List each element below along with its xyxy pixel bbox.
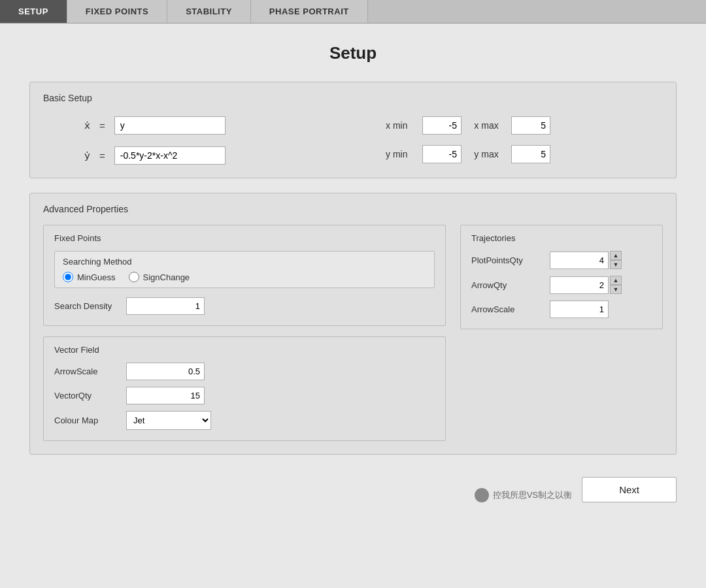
traj-plotpointsqty-input[interactable] xyxy=(550,252,609,269)
ymin-label: y min xyxy=(386,149,412,159)
xmax-label: x max xyxy=(472,120,501,131)
watermark-text: 控我所思VS制之以衡 xyxy=(493,489,572,501)
left-col: Fixed Points Searching Method MinGuess S… xyxy=(43,225,446,441)
searching-method-title: Searching Method xyxy=(63,257,426,267)
radio-minguess-input[interactable] xyxy=(63,272,73,282)
search-density-label: Search Density xyxy=(54,301,120,311)
vf-vectorqty-input[interactable] xyxy=(126,387,205,404)
search-density-row: Search Density xyxy=(54,297,435,315)
trajectories-title: Trajectories xyxy=(471,233,652,243)
basic-setup-panel: Basic Setup ẋ = ẏ = x min xyxy=(29,82,677,178)
traj-arrowscale-row: ArrowScale xyxy=(471,301,652,318)
basic-setup-title: Basic Setup xyxy=(43,93,663,103)
advanced-title: Advanced Properties xyxy=(43,204,663,214)
ydot-label: ẏ xyxy=(69,150,90,161)
radio-signchange-input[interactable] xyxy=(129,272,139,282)
traj-arrowqty-input[interactable] xyxy=(550,276,609,294)
watermark: 控我所思VS制之以衡 xyxy=(475,488,572,502)
next-button[interactable]: Next xyxy=(582,477,677,502)
radio-signchange-label: SignChange xyxy=(143,272,190,282)
page-title: Setup xyxy=(29,43,677,63)
vf-colourmap-label: Colour Map xyxy=(54,416,120,425)
traj-arrowqty-row: ArrowQty ▲ ▼ xyxy=(471,276,652,294)
ydot-row: ẏ = xyxy=(69,146,346,165)
search-density-input[interactable] xyxy=(126,297,205,315)
ymax-label: y max xyxy=(472,149,501,159)
xdot-label: ẋ xyxy=(69,120,90,131)
vf-arrowscale-label: ArrowScale xyxy=(54,367,120,376)
vf-colourmap-select[interactable]: Jet HSV Hot Cool Spring Summer Autumn Wi… xyxy=(126,411,211,430)
fixed-points-title: Fixed Points xyxy=(54,233,435,243)
xmin-label: x min xyxy=(386,120,412,131)
xdot-input[interactable] xyxy=(114,116,226,135)
searching-method-box: Searching Method MinGuess SignChange xyxy=(54,251,435,288)
vf-arrowscale-row: ArrowScale xyxy=(54,363,435,380)
tab-setup[interactable]: SETUP xyxy=(0,0,67,23)
vector-field-subpanel: Vector Field ArrowScale VectorQty Colour… xyxy=(43,336,446,441)
tab-bar: SETUP FIXED POINTS STABILITY PHASE PORTR… xyxy=(0,0,706,24)
watermark-icon xyxy=(475,488,489,502)
next-button-label: Next xyxy=(619,484,639,495)
traj-arrowqty-wrap: ▲ ▼ xyxy=(550,276,622,294)
xmax-input[interactable] xyxy=(511,116,550,135)
ydot-input[interactable] xyxy=(114,146,226,165)
fixed-points-subpanel: Fixed Points Searching Method MinGuess S… xyxy=(43,225,446,326)
plotpointsqty-up[interactable]: ▲ xyxy=(610,251,622,260)
arrowqty-down[interactable]: ▼ xyxy=(610,285,622,294)
arrowqty-spinner: ▲ ▼ xyxy=(610,276,622,294)
advanced-panel: Advanced Properties Fixed Points Searchi… xyxy=(29,193,677,455)
xdot-equals: = xyxy=(99,120,105,131)
advanced-content: Fixed Points Searching Method MinGuess S… xyxy=(43,225,663,441)
right-col: Trajectories PlotPointsQty ▲ ▼ xyxy=(460,225,663,441)
ydot-equals: = xyxy=(99,150,105,161)
vf-vectorqty-label: VectorQty xyxy=(54,391,120,400)
y-range-row: y min y max xyxy=(386,145,663,163)
radio-minguess[interactable]: MinGuess xyxy=(63,272,116,282)
tab-fixed-points[interactable]: FIXED POINTS xyxy=(67,0,167,23)
x-range-row: x min x max xyxy=(386,116,663,135)
main-content: Setup Basic Setup ẋ = ẏ = x min xyxy=(0,24,706,588)
vf-vectorqty-row: VectorQty xyxy=(54,387,435,404)
radio-row: MinGuess SignChange xyxy=(63,272,426,282)
ymax-input[interactable] xyxy=(511,145,550,163)
radio-signchange[interactable]: SignChange xyxy=(129,272,190,282)
traj-arrowqty-label: ArrowQty xyxy=(471,280,543,290)
traj-plotpointsqty-wrap: ▲ ▼ xyxy=(550,251,622,269)
tab-phase-portrait[interactable]: PHASE PORTRAIT xyxy=(251,0,368,23)
vf-arrowscale-input[interactable] xyxy=(126,363,205,380)
tab-stability[interactable]: STABILITY xyxy=(167,0,251,23)
xmin-input[interactable] xyxy=(422,116,462,135)
traj-plotpointsqty-label: PlotPointsQty xyxy=(471,255,543,265)
traj-arrowscale-label: ArrowScale xyxy=(471,304,543,314)
basic-setup-content: ẋ = ẏ = x min x max xyxy=(43,114,663,165)
xdot-row: ẋ = xyxy=(69,116,346,135)
ranges-side: x min x max y min y max xyxy=(346,114,663,163)
bottom-row: 控我所思VS制之以衡 Next xyxy=(29,469,677,502)
vector-field-title: Vector Field xyxy=(54,345,435,355)
arrowqty-up[interactable]: ▲ xyxy=(610,276,622,285)
radio-minguess-label: MinGuess xyxy=(77,272,116,282)
traj-arrowscale-input[interactable] xyxy=(550,301,609,318)
equations-side: ẋ = ẏ = xyxy=(43,114,346,165)
vf-colourmap-row: Colour Map Jet HSV Hot Cool Spring Summe… xyxy=(54,411,435,430)
plotpointsqty-spinner: ▲ ▼ xyxy=(610,251,622,269)
plotpointsqty-down[interactable]: ▼ xyxy=(610,260,622,269)
trajectories-subpanel: Trajectories PlotPointsQty ▲ ▼ xyxy=(460,225,663,329)
ymin-input[interactable] xyxy=(422,145,462,163)
traj-plotpointsqty-row: PlotPointsQty ▲ ▼ xyxy=(471,251,652,269)
